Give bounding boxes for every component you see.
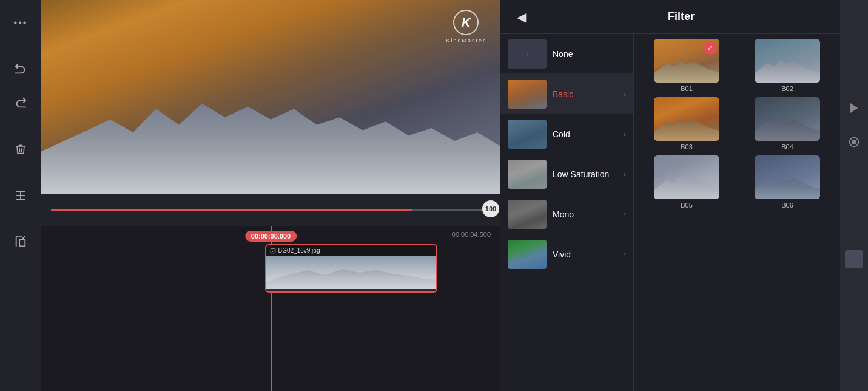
main-area: K KineMaster 100 00:00:00.000 00:00:04.5… bbox=[41, 0, 500, 391]
scrubber-track[interactable]: 100 bbox=[51, 209, 491, 211]
selected-checkmark-icon: ✓ bbox=[704, 41, 717, 55]
right-record-button[interactable] bbox=[843, 131, 865, 153]
svg-marker-8 bbox=[850, 103, 858, 114]
left-toolbar: ••• bbox=[0, 0, 41, 391]
chevron-lowsat-icon: › bbox=[624, 170, 626, 178]
filter-thumb-b01: ✓ bbox=[654, 39, 719, 83]
undo-button[interactable] bbox=[5, 53, 36, 85]
filter-label-b06: B06 bbox=[781, 202, 793, 209]
timecode-start-badge: 00:00:00.000 bbox=[245, 231, 297, 242]
svg-point-7 bbox=[271, 249, 272, 250]
scrubber-thumb[interactable]: 100 bbox=[482, 200, 499, 217]
filter-thumb-b06 bbox=[755, 155, 820, 199]
filter-item-b01[interactable]: ✓ B01 bbox=[639, 39, 735, 92]
filter-item-b06[interactable]: B06 bbox=[739, 155, 835, 209]
redo-button[interactable] bbox=[5, 87, 36, 119]
more-options-button[interactable]: ••• bbox=[5, 7, 36, 39]
filter-title: Filter bbox=[532, 10, 830, 23]
video-preview: K KineMaster bbox=[41, 0, 500, 194]
filter-categories-list: I None Basic › Cold › bbox=[500, 34, 634, 391]
timeline-header: 00:00:00.000 bbox=[245, 231, 297, 242]
kinemaster-brand-text: KineMaster bbox=[446, 38, 486, 44]
category-name-lowsat: Low Saturation bbox=[553, 169, 617, 179]
filter-label-b01: B01 bbox=[681, 85, 693, 92]
category-thumb-vivid bbox=[508, 240, 547, 269]
kinemaster-icon: K bbox=[453, 10, 479, 35]
category-name-basic: Basic bbox=[553, 89, 617, 99]
category-thumb-lowsat bbox=[508, 160, 547, 189]
filter-thumb-b02 bbox=[755, 39, 820, 83]
filter-category-lowsat[interactable]: Low Saturation › bbox=[500, 154, 633, 194]
right-play-button[interactable] bbox=[843, 97, 865, 119]
filter-label-b05: B05 bbox=[681, 202, 693, 209]
timeline-clip[interactable]: BG02_16v9.jpg bbox=[265, 244, 437, 293]
filter-category-cold[interactable]: Cold › bbox=[500, 114, 633, 154]
filter-thumb-b03 bbox=[654, 97, 719, 141]
svg-rect-4 bbox=[19, 239, 25, 246]
filter-thumb-b05 bbox=[654, 155, 719, 199]
right-panel bbox=[840, 0, 868, 391]
adjust-layers-button[interactable] bbox=[5, 180, 36, 211]
chevron-basic-icon: › bbox=[624, 90, 626, 98]
image-icon bbox=[270, 248, 276, 254]
clip-header: BG02_16v9.jpg bbox=[266, 245, 436, 256]
clip-mountain-overlay bbox=[266, 266, 436, 290]
filter-item-b03[interactable]: B03 bbox=[639, 97, 735, 151]
filter-category-mono[interactable]: Mono › bbox=[500, 194, 633, 234]
filter-item-b05[interactable]: B05 bbox=[639, 155, 735, 209]
chevron-cold-icon: › bbox=[624, 130, 626, 138]
filter-back-button[interactable]: ◀ bbox=[510, 6, 532, 28]
filter-header: ◀ Filter bbox=[500, 0, 840, 34]
kinemaster-logo: K KineMaster bbox=[446, 10, 486, 44]
filter-panel: ◀ Filter I None Basic › bbox=[500, 0, 840, 391]
right-square-button[interactable] bbox=[845, 250, 863, 268]
filter-item-b04[interactable]: B04 bbox=[739, 97, 835, 151]
category-name-mono: Mono bbox=[553, 209, 617, 219]
svg-point-10 bbox=[852, 140, 856, 144]
export-button[interactable] bbox=[5, 226, 36, 257]
timeline-scrubber: 100 bbox=[41, 194, 500, 226]
filter-item-b02[interactable]: B02 bbox=[739, 39, 835, 92]
filter-label-b04: B04 bbox=[781, 143, 793, 151]
chevron-mono-icon: › bbox=[624, 210, 626, 219]
delete-button[interactable] bbox=[5, 134, 36, 165]
filter-label-b02: B02 bbox=[781, 85, 793, 92]
clip-thumbnail bbox=[266, 256, 436, 289]
category-thumb-basic bbox=[508, 80, 547, 109]
filter-content: I None Basic › Cold › bbox=[500, 34, 840, 391]
category-name-none: None bbox=[553, 49, 626, 59]
filter-grid: ✓ B01 B02 bbox=[634, 34, 840, 391]
chevron-vivid-icon: › bbox=[624, 250, 626, 259]
clip-filename: BG02_16v9.jpg bbox=[278, 247, 320, 254]
category-thumb-cold bbox=[508, 120, 547, 149]
category-name-cold: Cold bbox=[553, 129, 617, 139]
filter-thumb-b04 bbox=[755, 97, 820, 141]
filter-category-none[interactable]: I None bbox=[500, 34, 633, 74]
timeline-area: 00:00:00.000 00:00:04.500 BG02_16v9.jpg bbox=[41, 226, 500, 391]
mountain-overlay bbox=[41, 87, 500, 194]
filter-label-b03: B03 bbox=[681, 143, 693, 151]
filter-category-basic[interactable]: Basic › bbox=[500, 74, 633, 114]
category-thumb-mono bbox=[508, 200, 547, 229]
filter-category-vivid[interactable]: Vivid › bbox=[500, 234, 633, 274]
category-name-vivid: Vivid bbox=[553, 250, 617, 259]
category-thumb-none: I bbox=[508, 39, 547, 69]
timecode-end-label: 00:00:04.500 bbox=[452, 231, 491, 238]
scrubber-fill bbox=[51, 209, 412, 211]
